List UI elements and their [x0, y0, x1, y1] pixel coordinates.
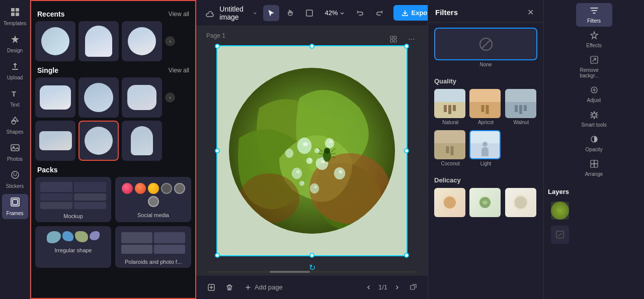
handle-tl[interactable]	[215, 44, 220, 49]
recent-frame-2[interactable]	[78, 21, 119, 61]
handle-tc[interactable]	[309, 44, 314, 49]
sidebar-item-photos[interactable]: Photos	[2, 140, 28, 165]
sidebar-item-shapes[interactable]: Shapes	[2, 113, 28, 138]
svg-text:T: T	[12, 89, 16, 98]
handle-mr[interactable]	[404, 148, 409, 153]
filter-walnut-label: Walnut	[505, 120, 537, 125]
filter-light-label: Light	[469, 161, 502, 166]
tab-opacity[interactable]: Opacity	[576, 132, 612, 155]
filter-delicacy-3[interactable]	[505, 188, 537, 219]
tab-adjust[interactable]: Adjust	[576, 82, 612, 106]
handle-br[interactable]	[404, 253, 409, 258]
frame-tool-btn[interactable]	[301, 5, 317, 21]
text-label: Text	[10, 102, 19, 108]
sidebar-item-text[interactable]: T Text	[2, 85, 28, 111]
svg-point-29	[303, 142, 308, 146]
filters-close-btn[interactable]: ✕	[524, 6, 536, 18]
canvas-area[interactable]: Page 1 ··· ···	[196, 26, 428, 275]
tab-remove-bg[interactable]: Remove backgr...	[576, 52, 612, 81]
recents-title: Recents	[37, 10, 64, 18]
cloud-save-icon[interactable]	[204, 5, 215, 21]
templates-label: Templates	[4, 21, 27, 26]
single-frame-2[interactable]	[78, 77, 119, 118]
filter-apricot-item[interactable]: Apricot	[469, 89, 502, 125]
tab-arrange[interactable]: Arrange	[576, 156, 612, 180]
filter-none-thumb	[434, 28, 537, 60]
pack-mockup[interactable]: Mockup	[35, 177, 111, 222]
recents-chevron-right[interactable]: ›	[165, 36, 175, 46]
svg-rect-50	[411, 285, 415, 289]
redo-btn[interactable]	[371, 5, 387, 21]
quality-section: Quality Natural	[428, 72, 543, 130]
next-page-btn[interactable]	[391, 281, 404, 293]
single-frame-5[interactable]	[78, 121, 119, 161]
single-view-all[interactable]: View all	[169, 67, 189, 74]
handle-tr[interactable]	[404, 44, 409, 49]
sidebar-item-frames[interactable]: Frames	[2, 194, 28, 219]
delete-icon[interactable]	[222, 280, 236, 294]
tab-filters[interactable]: Filters	[576, 3, 612, 27]
svg-point-33	[296, 170, 300, 173]
single-chevron-right[interactable]: ›	[165, 92, 175, 103]
filter-apricot-thumb	[469, 89, 501, 118]
filter-natural-thumb	[434, 89, 465, 118]
layer-item-2[interactable]	[548, 224, 640, 246]
filter-delicacy-2[interactable]	[469, 188, 502, 219]
top-bar: Untitled image 42%	[196, 0, 428, 26]
recent-frame-3[interactable]	[122, 21, 162, 61]
circle-image	[229, 68, 395, 234]
svg-rect-13	[13, 200, 18, 205]
filter-coconut-item[interactable]: Coconut	[434, 130, 466, 166]
prev-page-btn[interactable]	[362, 281, 374, 293]
single-row-1: ›	[35, 77, 191, 118]
pack-social-media[interactable]: Social media	[115, 177, 191, 222]
handle-bc[interactable]	[309, 253, 314, 258]
add-page-icon[interactable]	[204, 280, 218, 294]
coconut-light-section: Coconut Light	[428, 130, 543, 171]
svg-point-36	[285, 149, 293, 158]
sidebar-item-design[interactable]: Design	[2, 31, 28, 56]
filter-walnut-item[interactable]: Walnut	[505, 89, 537, 125]
expand-pages-btn[interactable]	[408, 281, 420, 293]
canvas-scroll-thumb[interactable]	[270, 271, 310, 273]
design-icon	[10, 34, 20, 47]
select-tool-btn[interactable]	[263, 5, 279, 21]
recents-view-all[interactable]: View all	[169, 11, 189, 18]
handle-bl[interactable]	[215, 253, 220, 258]
filter-none-item[interactable]: None	[434, 28, 537, 67]
svg-rect-21	[394, 40, 396, 42]
single-frame-4[interactable]	[35, 121, 75, 161]
svg-point-10	[13, 173, 14, 174]
upload-label: Upload	[7, 75, 23, 80]
single-frame-3[interactable]	[122, 77, 162, 118]
sidebar-item-upload[interactable]: Upload	[2, 58, 28, 83]
coconut-light-grid: Coconut Light	[434, 130, 537, 166]
single-frame-1[interactable]	[35, 77, 75, 118]
zoom-control[interactable]: 42%	[320, 7, 349, 19]
filter-delicacy-1[interactable]	[434, 188, 466, 219]
filters-panel: Filters ✕ None Quality	[428, 0, 543, 299]
handle-ml[interactable]	[215, 148, 220, 153]
recent-frame-1[interactable]	[35, 21, 75, 61]
sidebar-item-templates[interactable]: Templates	[2, 4, 28, 29]
pack-polaroids[interactable]: Polaroids and photo f...	[115, 226, 191, 268]
tab-smart-tools[interactable]: Smart tools	[576, 107, 612, 131]
svg-rect-20	[390, 40, 393, 42]
sidebar-item-stickers[interactable]: Stickers	[2, 167, 28, 192]
doc-title[interactable]: Untitled image	[219, 5, 257, 21]
filter-coconut-thumb	[434, 130, 465, 159]
undo-btn[interactable]	[352, 5, 368, 21]
canvas-frame[interactable]: ↻	[216, 45, 408, 256]
pack-irregular[interactable]: Irregular shape	[35, 226, 111, 268]
layer-1-thumb	[551, 202, 569, 220]
filter-light-item[interactable]: Light	[469, 130, 502, 166]
canvas-scrollbar[interactable]	[206, 271, 418, 273]
add-page-btn[interactable]: Add page	[240, 281, 287, 293]
filters-header: Filters ✕	[428, 0, 543, 23]
tab-effects[interactable]: Effects	[576, 28, 612, 51]
filter-natural-item[interactable]: Natural	[434, 89, 466, 125]
hand-tool-btn[interactable]	[282, 5, 298, 21]
layer-item-1[interactable]	[548, 200, 640, 222]
stickers-icon	[10, 170, 20, 182]
single-frame-6[interactable]	[122, 121, 162, 161]
